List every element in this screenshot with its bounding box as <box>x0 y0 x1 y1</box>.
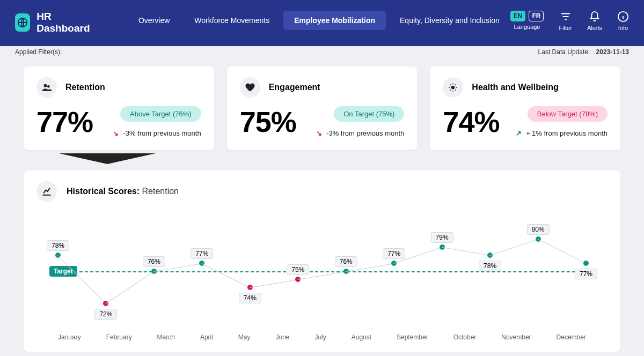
chart-title-prefix: Historical Scores: <box>67 187 140 196</box>
chart-icon <box>36 181 57 202</box>
kpi-trend: ↘ -3% from previous month <box>316 129 404 137</box>
kpi-target-badge: Below Target (78%) <box>528 106 608 122</box>
nav-item-equity-diversity-and-inclusion[interactable]: Equity, Diversity and Inclusion <box>389 11 510 30</box>
kpi-row: Retention77%Above Target (76%)↘ -3% from… <box>0 58 644 150</box>
filter-icon <box>560 11 572 23</box>
info-label: Info <box>618 25 628 31</box>
chart-data-label: 77% <box>191 248 213 259</box>
chart-x-axis: JanuaryFebruaryMarchAprilMayJuneJulyAugu… <box>58 333 586 341</box>
chart-data-point[interactable] <box>583 261 589 266</box>
app-logo-icon <box>15 13 30 32</box>
last-update-value: 2023-11-13 <box>596 48 629 56</box>
kpi-title: Retention <box>65 83 105 92</box>
chart-x-tick: August <box>352 333 371 341</box>
chart-x-tick: April <box>200 333 213 341</box>
alerts-button[interactable]: Alerts <box>587 11 602 31</box>
applied-filters-label: Applied Filter(s): <box>15 48 62 56</box>
chart-data-label: 76% <box>143 256 165 267</box>
kpi-trend-text: -3% from previous month <box>326 129 404 137</box>
kpi-title: Health and Wellbeing <box>472 83 559 92</box>
historical-chart-card: Historical Scores: Retention Target78%72… <box>24 170 620 352</box>
chart-data-label: 76% <box>335 256 357 267</box>
kpi-card-engagement[interactable]: Engagement75%On Target (75%)↘ -3% from p… <box>227 66 418 150</box>
chart-x-tick: September <box>397 333 428 341</box>
chart-x-tick: March <box>157 333 175 341</box>
chart-x-tick: June <box>275 333 289 341</box>
trend-down-icon: ↘ <box>113 129 119 137</box>
app-title: HR Dashboard <box>36 11 96 34</box>
nav-item-workforce-movements[interactable]: Workforce Movements <box>184 11 280 30</box>
chart-header: Historical Scores: Retention <box>36 181 608 202</box>
top-bar: HR Dashboard OverviewWorkforce Movements… <box>0 0 644 46</box>
svg-point-4 <box>452 86 455 89</box>
info-button[interactable]: Info <box>617 11 629 31</box>
chart-data-label: 80% <box>527 224 550 235</box>
chart-x-tick: December <box>557 333 586 341</box>
svg-marker-5 <box>59 153 156 164</box>
chart-data-label: 74% <box>239 293 261 303</box>
chart-title-metric: Retention <box>142 187 179 196</box>
last-update-label: Last Data Update: <box>538 48 590 56</box>
language-label: Language <box>514 24 540 30</box>
filter-button[interactable]: Filter <box>559 11 572 31</box>
nav-item-overview[interactable]: Overview <box>128 11 180 30</box>
chart-x-tick: February <box>106 333 132 341</box>
last-update: Last Data Update: 2023-11-13 <box>538 48 629 56</box>
chart-target-line <box>58 271 586 272</box>
chart-line-segment <box>250 279 298 288</box>
trend-down-icon: ↘ <box>316 129 322 137</box>
language-switcher: EN FR Language <box>510 11 544 30</box>
chart-line-segment <box>202 263 250 288</box>
kpi-icon <box>240 77 260 98</box>
trend-up-icon: ↗ <box>516 129 522 137</box>
kpi-target-badge: On Target (75%) <box>334 106 404 122</box>
kpi-title: Engagement <box>269 83 320 92</box>
chart-data-label: 77% <box>383 248 405 259</box>
bell-icon <box>589 11 601 23</box>
chart-data-label: 79% <box>431 232 453 243</box>
info-icon <box>617 11 629 23</box>
chart-line-segment <box>490 239 538 256</box>
chart-data-label: 78% <box>479 261 501 271</box>
kpi-icon <box>443 77 463 98</box>
chart-line-segment <box>442 247 491 256</box>
lang-en-button[interactable]: EN <box>510 11 526 21</box>
kpi-target-badge: Above Target (76%) <box>120 106 201 122</box>
svg-point-2 <box>44 84 47 87</box>
chart-x-tick: May <box>238 333 251 341</box>
kpi-trend-text: + 1% from previous month <box>526 129 608 137</box>
kpi-icon <box>36 77 57 98</box>
kpi-trend-text: -3% from previous month <box>123 129 201 137</box>
kpi-value: 77% <box>36 105 93 138</box>
chart-data-label: 75% <box>287 264 309 275</box>
chart-x-tick: October <box>453 333 477 341</box>
kpi-value: 75% <box>240 105 296 138</box>
chart-data-label: 78% <box>47 240 69 251</box>
kpi-value: 74% <box>443 105 499 138</box>
nav-item-employee-mobilization[interactable]: Employee Mobilization <box>283 11 386 30</box>
chart-x-tick: July <box>314 333 326 341</box>
chart-x-tick: January <box>58 333 81 341</box>
chart-x-tick: November <box>501 333 531 341</box>
svg-point-3 <box>47 85 50 88</box>
sub-bar: Applied Filter(s): Last Data Update: 202… <box>0 46 644 58</box>
kpi-card-retention[interactable]: Retention77%Above Target (76%)↘ -3% from… <box>24 66 214 150</box>
kpi-card-health-and-wellbeing[interactable]: Health and Wellbeing74%Below Target (78%… <box>430 66 620 150</box>
chart-line-segment <box>538 239 586 264</box>
top-right-controls: EN FR Language Filter Alerts Info <box>510 11 629 31</box>
selected-card-arrow-icon <box>59 153 156 165</box>
chart-line-segment <box>106 271 154 304</box>
chart-plot-area: Target78%72%76%77%74%75%76%77%79%78%80%7… <box>58 212 586 330</box>
kpi-trend: ↗ + 1% from previous month <box>516 129 608 137</box>
filter-label: Filter <box>559 25 572 31</box>
chart-line-segment <box>58 255 106 304</box>
alerts-label: Alerts <box>587 25 602 31</box>
primary-nav: OverviewWorkforce MovementsEmployee Mobi… <box>128 11 510 30</box>
logo-block: HR Dashboard <box>15 11 96 34</box>
chart-data-label: 72% <box>94 309 117 320</box>
lang-fr-button[interactable]: FR <box>529 11 544 21</box>
chart-data-label: 77% <box>575 269 597 279</box>
kpi-trend: ↘ -3% from previous month <box>113 129 201 137</box>
